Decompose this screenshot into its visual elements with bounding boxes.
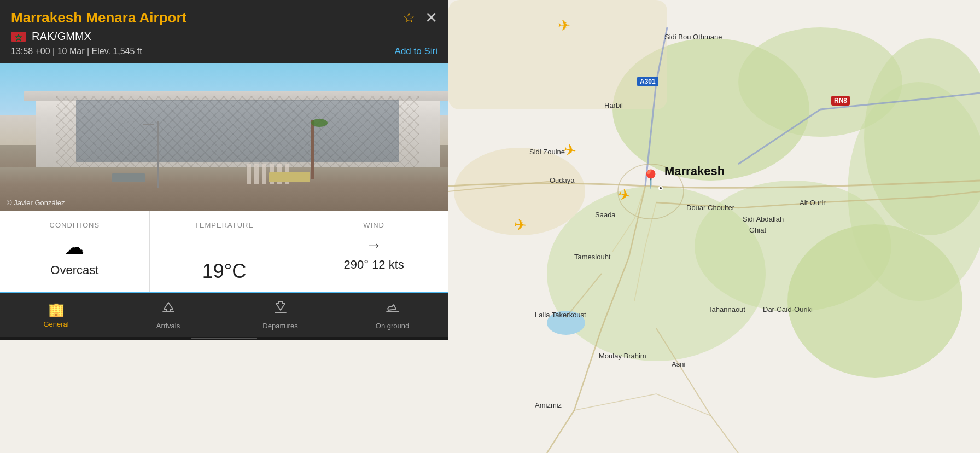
tab-departures-label: Departures (262, 322, 298, 330)
tab-on-ground-label: On ground (376, 322, 409, 330)
country-flag (11, 32, 26, 42)
tab-general[interactable]: 🏢 General (0, 293, 112, 337)
tab-departures[interactable]: Departures (224, 293, 336, 337)
weather-section: CONDITIONS ☁ Overcast TEMPERATURE 19°C W… (0, 211, 448, 293)
departures-plane-icon (273, 300, 288, 319)
map-label-oudaya: Oudaya (550, 176, 575, 184)
temperature-cell: TEMPERATURE 19°C (150, 211, 300, 292)
wind-label: WIND (305, 221, 443, 229)
close-icon[interactable]: ✕ (425, 9, 438, 27)
wind-cell: WIND → 290° 12 kts (299, 211, 448, 292)
building-icon: 🏢 (48, 302, 65, 317)
tab-bar: 🏢 General Arrivals Departures (0, 293, 448, 337)
tab-arrivals-label: Arrivals (156, 322, 180, 330)
map-label-tameslouht: Tameslouht (574, 253, 610, 261)
conditions-label: CONDITIONS (5, 221, 144, 229)
plane-icon-1: ✈ (558, 16, 570, 34)
temperature-value: 19°C (155, 260, 294, 283)
map-label-sidi-abdallah: Sidi Abdallah (743, 215, 784, 223)
scroll-pill (191, 338, 257, 339)
airport-panel: Marrakesh Menara Airport ☆ ✕ RAK/GMMX 13… (0, 0, 448, 453)
map-label-amizmiz: Amizmiz (535, 401, 562, 409)
location-pin-icon: 📍 (640, 169, 662, 189)
road-badge-a301: A301 (637, 77, 658, 86)
city-dot (658, 186, 663, 190)
tab-on-ground[interactable]: On ground (336, 293, 448, 337)
road-badge-rn8: RN8 (831, 96, 850, 106)
scroll-indicator (0, 337, 448, 340)
map-label-asni: Asni (672, 360, 685, 368)
photo-credit: © Javier González (7, 199, 65, 207)
map-label-tahannaout: Tahannaout (708, 305, 745, 313)
map-label-dar-caid-ouriki: Dar-Caïd-Ouriki (763, 305, 813, 313)
map-label-sidi-bou-othmane: Sidi Bou Othmane (664, 33, 722, 41)
map-label-harbil: Harbil (604, 101, 623, 109)
airport-meta: 13:58 +00 | 10 Mar | Elev. 1,545 ft (11, 47, 142, 56)
plane-icon-4: ✈ (514, 216, 528, 235)
conditions-value: Overcast (5, 263, 144, 277)
airport-code: RAK/GMMX (32, 30, 91, 43)
map-city-label: Marrakesh (664, 164, 725, 178)
cloud-icon: ☁ (5, 236, 144, 259)
map-label-sidi-zouine: Sidi Zouine (529, 148, 565, 156)
temperature-label: TEMPERATURE (155, 221, 294, 229)
wind-arrow-icon: → (305, 236, 443, 254)
tab-general-label: General (43, 320, 68, 328)
favorite-icon[interactable]: ☆ (402, 9, 415, 26)
map-label-ghiat: Ghiat (749, 226, 766, 234)
map-label-moulay-brahim: Moulay Brahim (599, 352, 646, 360)
airport-name: Marrakesh Menara Airport (11, 9, 186, 26)
map-label-lalla-takerkoust: Lalla Takerkoust (535, 311, 586, 319)
on-ground-plane-icon (385, 300, 400, 319)
map-label-saada: Saada (595, 211, 616, 219)
tab-arrivals[interactable]: Arrivals (112, 293, 224, 337)
map-label-ait-ourir: Ait Ourir (800, 199, 826, 207)
add-to-siri-button[interactable]: Add to Siri (395, 46, 438, 57)
map-label-douar-chouiter: Douar Chouiter (686, 204, 734, 212)
panel-header: Marrakesh Menara Airport ☆ ✕ RAK/GMMX 13… (0, 0, 448, 63)
airport-photo: © Javier González (0, 63, 448, 211)
arrivals-plane-icon (161, 300, 176, 319)
wind-value: 290° 12 kts (305, 258, 443, 272)
conditions-cell: CONDITIONS ☁ Overcast (0, 211, 150, 292)
